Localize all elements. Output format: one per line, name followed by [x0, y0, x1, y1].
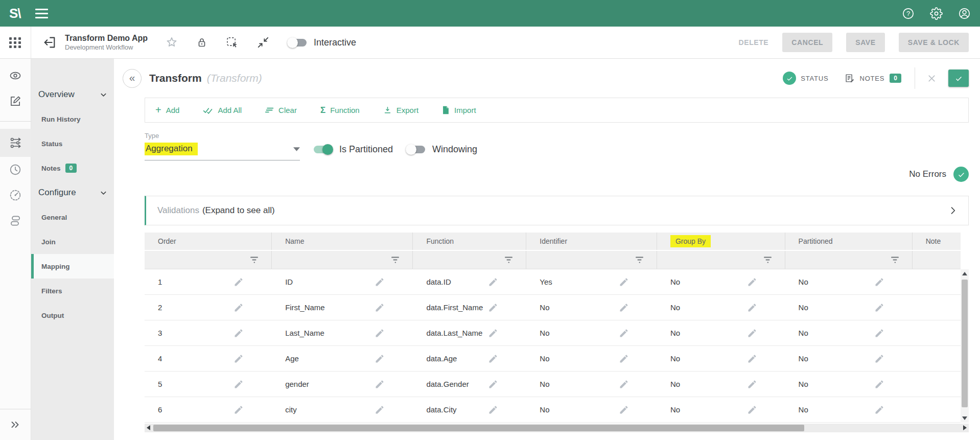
- hamburger-menu-icon[interactable]: [35, 6, 48, 21]
- edit-pencil-icon[interactable]: [747, 405, 757, 415]
- export-button[interactable]: Export: [383, 106, 418, 114]
- edit-pencil-icon[interactable]: [874, 379, 884, 389]
- edit-pencil-icon[interactable]: [874, 277, 884, 287]
- function-button[interactable]: Σ Function: [320, 106, 360, 114]
- save-and-lock-button[interactable]: SAVE & LOCK: [899, 33, 969, 52]
- add-all-button[interactable]: Add All: [203, 106, 242, 114]
- edit-pencil-icon[interactable]: [375, 379, 385, 389]
- edit-pencil-icon[interactable]: [234, 354, 244, 364]
- clear-button[interactable]: Clear: [265, 106, 297, 114]
- edit-pencil-icon[interactable]: [747, 379, 757, 389]
- edit-pencil-icon[interactable]: [488, 328, 498, 338]
- edit-pencil-icon[interactable]: [234, 379, 244, 389]
- add-button[interactable]: + Add: [155, 106, 179, 115]
- vertical-scrollbar-thumb[interactable]: [962, 280, 968, 407]
- type-select-field[interactable]: Type Aggregation: [145, 132, 300, 160]
- sidebar-item-join[interactable]: Join: [31, 229, 114, 254]
- favorite-star-icon[interactable]: [165, 36, 178, 49]
- lock-icon[interactable]: [196, 36, 208, 49]
- is-partitioned-toggle[interactable]: [314, 146, 332, 153]
- eye-icon[interactable]: [0, 63, 31, 88]
- filter-icon-order[interactable]: [145, 251, 272, 269]
- edit-pencil-icon[interactable]: [234, 303, 244, 313]
- chevron-right-icon[interactable]: [948, 205, 958, 216]
- expand-sidebar-icon[interactable]: [0, 409, 31, 440]
- sidebar-item-notes[interactable]: Notes 0: [31, 156, 114, 180]
- compose-icon[interactable]: [0, 88, 31, 114]
- notes-button[interactable]: NOTES 0: [844, 73, 901, 84]
- edit-pencil-icon[interactable]: [488, 277, 498, 287]
- vertical-scrollbar[interactable]: [961, 269, 969, 423]
- edit-pencil-icon[interactable]: [619, 277, 629, 287]
- edit-pencil-icon[interactable]: [619, 354, 629, 364]
- import-button[interactable]: Import: [442, 106, 476, 114]
- sidebar-item-general[interactable]: General: [31, 205, 114, 229]
- edit-pencil-icon[interactable]: [375, 303, 385, 313]
- edit-pencil-icon[interactable]: [375, 328, 385, 338]
- scroll-right-arrow[interactable]: [963, 425, 967, 430]
- apps-grid-icon[interactable]: [9, 37, 21, 48]
- edit-pencil-icon[interactable]: [488, 354, 498, 364]
- collapse-panel-button[interactable]: «: [123, 69, 142, 88]
- collapse-view-icon[interactable]: [256, 36, 270, 49]
- marquee-select-icon[interactable]: [225, 36, 239, 50]
- app-logo[interactable]: S\: [9, 6, 21, 21]
- edit-pencil-icon[interactable]: [375, 277, 385, 287]
- nav-section-configure[interactable]: Configure: [31, 180, 114, 205]
- settings-gear-icon[interactable]: [930, 7, 943, 20]
- status-button[interactable]: STATUS: [783, 72, 828, 85]
- filter-icon-identifier[interactable]: [526, 251, 657, 269]
- sidebar-item-filters[interactable]: Filters: [31, 279, 114, 303]
- pipeline-settings-icon[interactable]: [0, 129, 31, 157]
- edit-pencil-icon[interactable]: [488, 405, 498, 415]
- filter-icon-function[interactable]: [413, 251, 526, 269]
- edit-pencil-icon[interactable]: [488, 379, 498, 389]
- interactive-toggle[interactable]: [288, 39, 307, 47]
- cancel-button[interactable]: CANCEL: [782, 33, 832, 52]
- edit-pencil-icon[interactable]: [619, 379, 629, 389]
- edit-pencil-icon[interactable]: [747, 277, 757, 287]
- edit-pencil-icon[interactable]: [874, 303, 884, 313]
- sidebar-item-output[interactable]: Output: [31, 303, 114, 328]
- gauge-icon[interactable]: [0, 182, 31, 208]
- edit-pencil-icon[interactable]: [747, 354, 757, 364]
- edit-pencil-icon[interactable]: [747, 303, 757, 313]
- clock-icon[interactable]: [0, 157, 31, 182]
- horizontal-scrollbar[interactable]: [145, 424, 969, 432]
- edit-pencil-icon[interactable]: [874, 354, 884, 364]
- edit-pencil-icon[interactable]: [619, 405, 629, 415]
- account-icon[interactable]: [958, 7, 971, 20]
- scroll-left-arrow[interactable]: [147, 425, 150, 430]
- edit-pencil-icon[interactable]: [747, 328, 757, 338]
- edit-pencil-icon[interactable]: [619, 328, 629, 338]
- sidebar-item-status[interactable]: Status: [31, 131, 114, 156]
- edit-pencil-icon[interactable]: [234, 405, 244, 415]
- dropdown-arrow-icon[interactable]: [293, 147, 300, 151]
- validations-expander[interactable]: Validations (Expand to see all): [145, 196, 969, 225]
- delete-button[interactable]: DELETE: [738, 38, 768, 47]
- exit-workflow-icon[interactable]: [42, 35, 57, 50]
- filter-icon-name[interactable]: [272, 251, 413, 269]
- edit-pencil-icon[interactable]: [619, 303, 629, 313]
- edit-pencil-icon[interactable]: [488, 303, 498, 313]
- edit-pencil-icon[interactable]: [874, 328, 884, 338]
- edit-pencil-icon[interactable]: [234, 277, 244, 287]
- scroll-down-arrow[interactable]: [962, 416, 967, 420]
- windowing-toggle[interactable]: [407, 146, 425, 153]
- save-button[interactable]: SAVE: [846, 33, 885, 52]
- sidebar-item-run-history[interactable]: Run History: [31, 107, 114, 131]
- horizontal-scrollbar-thumb[interactable]: [153, 425, 804, 431]
- filter-icon-group-by[interactable]: [657, 251, 785, 269]
- edit-pencil-icon[interactable]: [375, 354, 385, 364]
- edit-pencil-icon[interactable]: [874, 405, 884, 415]
- edit-pencil-icon[interactable]: [234, 328, 244, 338]
- edit-pencil-icon[interactable]: [375, 405, 385, 415]
- close-icon[interactable]: [926, 73, 937, 84]
- sidebar-item-mapping[interactable]: Mapping: [31, 254, 114, 279]
- scroll-up-arrow[interactable]: [962, 272, 967, 275]
- confirm-check-button[interactable]: [948, 70, 969, 87]
- stack-icon[interactable]: [0, 208, 31, 234]
- help-icon[interactable]: ?: [902, 7, 915, 20]
- nav-section-overview[interactable]: Overview: [31, 82, 114, 107]
- filter-icon-partitioned[interactable]: [785, 251, 913, 269]
